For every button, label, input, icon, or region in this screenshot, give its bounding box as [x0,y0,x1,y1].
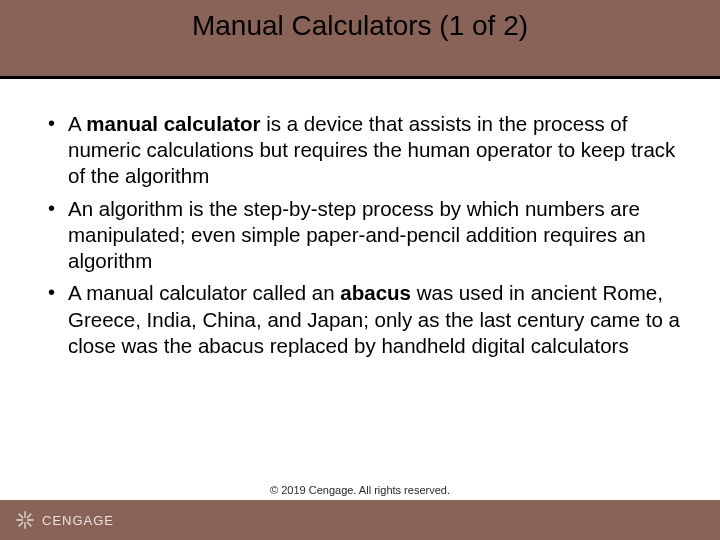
slide-title: Manual Calculators (1 of 2) [192,10,528,42]
starburst-icon [14,509,36,531]
title-band: Manual Calculators (1 of 2) [0,0,720,76]
brand-logo: CENGAGE [14,509,114,531]
list-item: An algorithm is the step-by-step process… [46,196,680,275]
list-item: A manual calculator called an abacus was… [46,280,680,359]
footer-bar: CENGAGE [0,500,720,540]
bullet-text-bold: manual calculator [86,112,260,135]
list-item: A manual calculator is a device that ass… [46,111,680,190]
bullet-text-prefix: A manual calculator called an [68,281,340,304]
svg-line-5 [27,522,31,526]
bullet-text-bold: abacus [340,281,411,304]
copyright-text: © 2019 Cengage. All rights reserved. [0,484,720,496]
bullet-text-prefix: A [68,112,86,135]
slide-body: A manual calculator is a device that ass… [0,79,720,540]
svg-line-6 [27,514,31,518]
slide: Manual Calculators (1 of 2) A manual cal… [0,0,720,540]
bullet-list: A manual calculator is a device that ass… [46,111,680,359]
svg-line-7 [19,522,23,526]
brand-name: CENGAGE [42,513,114,528]
bullet-text-rest: An algorithm is the step-by-step process… [68,197,646,272]
svg-line-4 [19,514,23,518]
